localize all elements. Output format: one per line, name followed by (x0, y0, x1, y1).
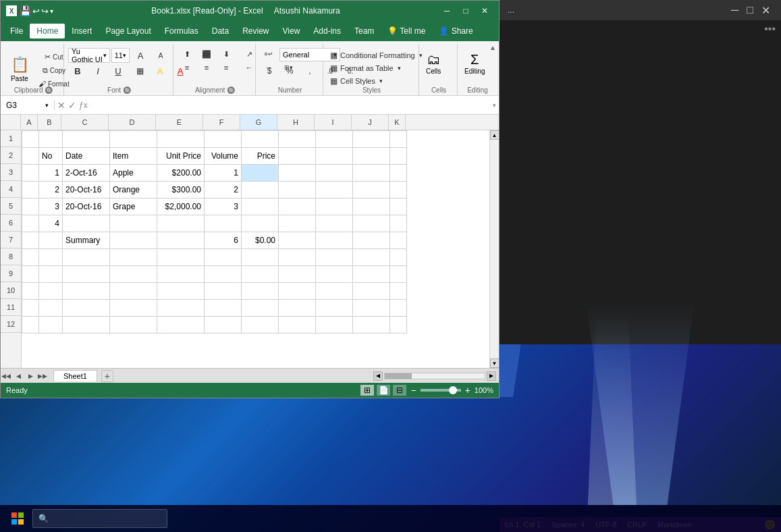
row-header-1[interactable]: 1 (1, 130, 21, 147)
cell-k10[interactable] (390, 283, 407, 300)
cell-h5[interactable] (279, 198, 316, 215)
cell-f3[interactable]: 1 (205, 165, 242, 182)
save-icon[interactable]: 💾 (20, 5, 31, 16)
cell-a3[interactable] (22, 165, 39, 182)
col-header-e[interactable]: E (156, 115, 203, 130)
redo-icon[interactable]: ↪ (41, 6, 49, 16)
cell-j8[interactable] (353, 249, 390, 266)
cell-g4[interactable] (242, 182, 279, 198)
cell-k11[interactable] (390, 300, 407, 317)
align-left-button[interactable]: ≡ (178, 61, 196, 74)
cell-h1[interactable] (279, 131, 316, 148)
font-name-dropdown[interactable]: Yu Gothic UI ▾ (68, 48, 110, 63)
row-header-5[interactable]: 5 (1, 198, 21, 215)
cell-k7[interactable] (390, 232, 407, 249)
cell-g2[interactable]: Price (242, 148, 279, 165)
cell-g6[interactable] (242, 215, 279, 232)
cell-reference-box[interactable]: G3 ▾ (1, 101, 55, 110)
minimize-button[interactable]: ─ (438, 4, 456, 18)
cell-d12[interactable] (110, 317, 157, 334)
menu-insert[interactable]: Insert (65, 24, 99, 38)
menu-tell-me[interactable]: 💡 Tell me (381, 24, 432, 38)
cell-d3[interactable]: Apple (110, 165, 157, 182)
cell-e11[interactable] (157, 300, 205, 317)
cell-b9[interactable] (39, 266, 63, 283)
vertical-scrollbar[interactable]: ▲ ▼ (489, 130, 499, 368)
cell-e3[interactable]: $200.00 (157, 165, 205, 182)
cell-i5[interactable] (316, 198, 353, 215)
col-header-f[interactable]: F (203, 115, 240, 130)
sheet-tab-sheet1[interactable]: Sheet1 (53, 370, 97, 381)
comma-button[interactable]: , (300, 64, 319, 78)
cell-a12[interactable] (22, 317, 39, 334)
hscroll-left-button[interactable]: ◀ (373, 371, 383, 381)
menu-page-layout[interactable]: Page Layout (99, 24, 157, 38)
scroll-up-button[interactable]: ▲ (490, 130, 500, 140)
cell-g11[interactable] (242, 300, 279, 317)
vscode-ellipsis-icon[interactable]: ••• (764, 23, 776, 35)
row-header-6[interactable]: 6 (1, 215, 21, 232)
conditional-formatting-button[interactable]: ▦ Conditional Formatting ▾ (327, 49, 425, 61)
formula-expand-icon[interactable]: ▾ (493, 102, 499, 109)
cell-e7[interactable] (157, 232, 205, 249)
cell-c3[interactable]: 2-Oct-16 (63, 165, 110, 182)
cell-k5[interactable] (390, 198, 407, 215)
cell-e12[interactable] (157, 317, 205, 334)
cell-a2[interactable] (22, 148, 39, 165)
cell-f1[interactable] (205, 131, 242, 148)
cell-g10[interactable] (242, 283, 279, 300)
cell-c9[interactable] (63, 266, 110, 283)
cell-f12[interactable] (205, 317, 242, 334)
cell-b2[interactable]: No (39, 148, 63, 165)
cell-h2[interactable] (279, 148, 316, 165)
row-header-3[interactable]: 3 (1, 164, 21, 181)
cell-g12[interactable] (242, 317, 279, 334)
decrease-font-button[interactable]: A (151, 49, 170, 62)
col-header-j[interactable]: J (352, 115, 389, 130)
cell-j7[interactable] (353, 232, 390, 249)
cell-j1[interactable] (353, 131, 390, 148)
cell-f9[interactable] (205, 266, 242, 283)
menu-file[interactable]: File (3, 24, 30, 38)
row-header-7[interactable]: 7 (1, 232, 21, 248)
cell-i11[interactable] (316, 300, 353, 317)
cell-b6[interactable]: 4 (39, 215, 63, 232)
cell-c12[interactable] (63, 317, 110, 334)
cell-h12[interactable] (279, 317, 316, 334)
menu-view[interactable]: View (276, 24, 307, 38)
cell-h11[interactable] (279, 300, 316, 317)
cell-a5[interactable] (22, 198, 39, 215)
col-header-a[interactable]: A (21, 115, 38, 130)
cell-a11[interactable] (22, 300, 39, 317)
insert-function-icon[interactable]: ƒx (79, 101, 88, 110)
cell-d6[interactable] (110, 215, 157, 232)
zoom-minus-button[interactable]: − (409, 385, 417, 396)
cell-k8[interactable] (390, 249, 407, 266)
row-header-11[interactable]: 11 (1, 299, 21, 316)
menu-add-ins[interactable]: Add-ins (306, 24, 348, 38)
cell-a10[interactable] (22, 283, 39, 300)
hscroll-track[interactable] (384, 373, 485, 379)
cell-e1[interactable] (157, 131, 205, 148)
cell-f6[interactable] (205, 215, 242, 232)
hscroll-right-button[interactable]: ▶ (487, 371, 496, 381)
cell-d8[interactable] (110, 249, 157, 266)
col-header-b[interactable]: B (38, 115, 61, 130)
cell-f11[interactable] (205, 300, 242, 317)
menu-data[interactable]: Data (205, 24, 236, 38)
normal-view-button[interactable]: ⊞ (360, 385, 374, 396)
next-sheet-button[interactable]: ▶ (25, 371, 36, 381)
cell-c10[interactable] (63, 283, 110, 300)
cell-i7[interactable] (316, 232, 353, 249)
cell-k12[interactable] (390, 317, 407, 334)
vscode-minimize-button[interactable]: ─ (728, 4, 741, 17)
cell-i8[interactable] (316, 249, 353, 266)
cell-c2[interactable]: Date (63, 148, 110, 165)
cell-h6[interactable] (279, 215, 316, 232)
cell-f8[interactable] (205, 249, 242, 266)
cell-c1[interactable] (63, 131, 110, 148)
menu-review[interactable]: Review (236, 24, 275, 38)
close-button[interactable]: ✕ (476, 4, 493, 18)
cell-j6[interactable] (353, 215, 390, 232)
vscode-close-button[interactable]: ✕ (759, 4, 773, 17)
